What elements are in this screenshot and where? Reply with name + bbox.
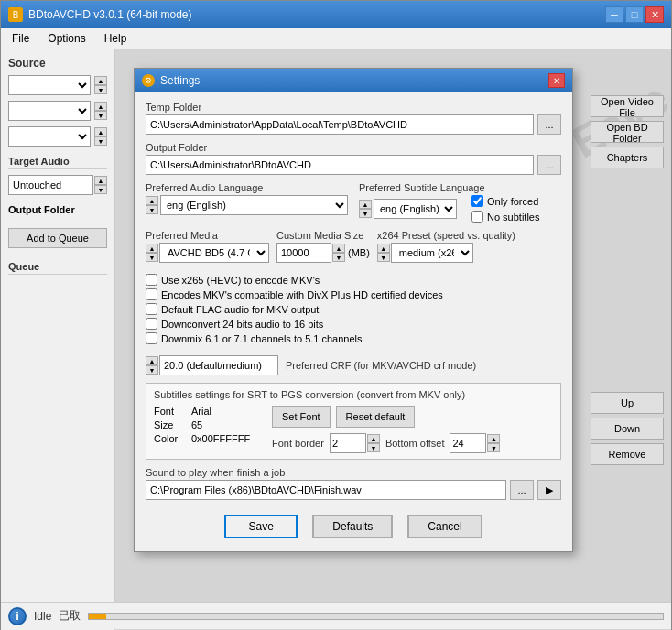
preferred-media-up[interactable]: ▲: [146, 244, 158, 253]
dialog-close-button[interactable]: ✕: [548, 73, 565, 88]
down-button[interactable]: Down: [591, 418, 664, 440]
crf-down[interactable]: ▼: [146, 365, 158, 375]
font-border-input[interactable]: [330, 433, 366, 453]
audio-select[interactable]: [8, 101, 91, 121]
x264-preset-select[interactable]: medium (x264 default): [391, 243, 473, 263]
custom-media-spin: ▲ ▼: [332, 244, 345, 262]
video-spin: ▲ ▼: [94, 76, 107, 94]
checkbox-2[interactable]: [146, 303, 157, 315]
app-title: BDtoAVCHD v3.0.1 (64-bit mode): [28, 8, 192, 21]
checkbox-1[interactable]: [146, 288, 157, 300]
audio-lang-up[interactable]: ▲: [146, 196, 158, 205]
audio-lang-select[interactable]: eng (English): [160, 195, 348, 215]
x264-down[interactable]: ▼: [377, 253, 390, 262]
sound-row: ... ▶: [146, 480, 561, 500]
subtitles-spin-down[interactable]: ▼: [94, 136, 107, 146]
font-border-down[interactable]: ▼: [367, 443, 380, 452]
font-value: Arial: [191, 406, 265, 417]
open-bd-button[interactable]: Open BD Folder: [591, 121, 664, 143]
font-label: Font: [154, 406, 186, 417]
save-button[interactable]: Save: [224, 515, 298, 538]
temp-folder-input[interactable]: [146, 114, 534, 135]
output-folder-input[interactable]: [146, 155, 534, 175]
checkbox-label-1: Encodes MKV's compatible with DivX Plus …: [161, 289, 443, 300]
preferred-media-down[interactable]: ▼: [146, 253, 158, 262]
sound-browse-button[interactable]: ...: [510, 480, 534, 500]
checkbox-0[interactable]: [146, 274, 157, 286]
audio-spin-down[interactable]: ▼: [94, 111, 107, 120]
audio-lang-down[interactable]: ▼: [146, 205, 158, 214]
only-forced-checkbox[interactable]: [471, 195, 483, 207]
status-icon: i: [8, 607, 27, 625]
cancel-button[interactable]: Cancel: [407, 515, 482, 538]
subtitle-lang-select[interactable]: eng (English): [374, 199, 457, 219]
output-folder-group: Output Folder ...: [146, 142, 561, 175]
size-label: Size: [154, 419, 186, 430]
defaults-button[interactable]: Defaults: [312, 515, 393, 538]
remove-button[interactable]: Remove: [591, 443, 664, 465]
bottom-offset-up[interactable]: ▲: [487, 434, 500, 443]
up-button[interactable]: Up: [591, 392, 664, 414]
video-spin-up[interactable]: ▲: [94, 76, 107, 85]
custom-media-input[interactable]: [276, 243, 331, 263]
app-titlebar-left: B BDtoAVCHD v3.0.1 (64-bit mode): [8, 7, 192, 22]
open-video-button[interactable]: Open Video File: [591, 95, 664, 117]
checkbox-3[interactable]: [146, 318, 157, 330]
checkbox-4[interactable]: [146, 332, 157, 344]
output-folder-row: ...: [146, 155, 561, 175]
temp-folder-browse-button[interactable]: ...: [537, 114, 561, 135]
output-folder-sidebar-label: Output Folder: [8, 204, 107, 215]
sound-input[interactable]: [146, 480, 506, 500]
bottom-offset-down[interactable]: ▼: [487, 443, 500, 452]
no-subtitles-checkbox[interactable]: [471, 211, 483, 223]
audio-spin-up[interactable]: ▲: [94, 102, 107, 111]
font-border-row: Font border ▲ ▼ Bottom offset: [272, 433, 500, 453]
media-row: Preferred Media ▲ ▼ AVCHD BD5 (4.7 GB): [146, 230, 561, 263]
custom-media-down[interactable]: ▼: [332, 253, 345, 262]
untouched-spin-down[interactable]: ▼: [94, 185, 107, 194]
progress-fill: [89, 614, 106, 619]
crf-up[interactable]: ▲: [146, 356, 158, 365]
menu-file[interactable]: File: [5, 30, 37, 47]
dialog-titlebar: ⚙ Settings ✕: [135, 69, 572, 92]
subtitles-select[interactable]: [8, 126, 91, 147]
status-bar: i Idle 已取: [1, 602, 671, 629]
crf-input[interactable]: [159, 355, 278, 375]
maximize-button[interactable]: □: [625, 6, 644, 23]
checkbox-label-2: Default FLAC audio for MKV output: [161, 304, 319, 315]
target-audio-label: Target Audio: [8, 156, 107, 169]
subtitle-lang-down[interactable]: ▼: [359, 209, 372, 218]
untouched-spin-up[interactable]: ▲: [94, 176, 107, 185]
menu-help[interactable]: Help: [97, 30, 135, 47]
x264-up[interactable]: ▲: [377, 244, 390, 253]
font-border-up[interactable]: ▲: [367, 434, 380, 443]
custom-media-up[interactable]: ▲: [332, 244, 345, 253]
sound-play-button[interactable]: ▶: [537, 480, 561, 500]
dialog-content: Temp Folder ... Output Folder ...: [135, 92, 572, 551]
only-forced-row: Only forced: [471, 195, 539, 207]
dialog-title-left: ⚙ Settings: [142, 74, 200, 87]
bottom-offset-input[interactable]: [450, 433, 486, 453]
subtitles-spin-up[interactable]: ▲: [94, 127, 107, 136]
crf-row: ▲ ▼ Preferred CRF (for MKV/AVCHD crf mod…: [146, 355, 561, 375]
audio-spin: ▲ ▼: [94, 102, 107, 120]
status-text: Idle: [34, 610, 51, 623]
output-folder-browse-button[interactable]: ...: [537, 155, 561, 175]
subtitle-lang-label: Preferred Subtitle Language: [359, 182, 561, 193]
preferred-media-select[interactable]: AVCHD BD5 (4.7 GB): [159, 243, 269, 263]
add-to-queue-button[interactable]: Add to Queue: [8, 228, 107, 248]
video-select[interactable]: [8, 75, 91, 95]
subtitle-lang-up[interactable]: ▲: [359, 200, 372, 209]
size-row: Size 65: [154, 419, 265, 430]
minimize-button[interactable]: ─: [605, 6, 623, 23]
set-font-button[interactable]: Set Font: [272, 406, 331, 428]
chapters-button[interactable]: Chapters: [591, 147, 664, 168]
audio-lang-wrap: ▲ ▼ eng (English): [146, 195, 348, 215]
custom-media-wrap: ▲ ▼ (MB): [276, 243, 370, 263]
close-button[interactable]: ✕: [645, 6, 664, 23]
preferred-media-wrap: ▲ ▼ AVCHD BD5 (4.7 GB): [146, 243, 269, 263]
bottom-offset-label: Bottom offset: [385, 438, 445, 449]
video-spin-down[interactable]: ▼: [94, 85, 107, 94]
menu-options[interactable]: Options: [40, 30, 92, 47]
reset-default-button[interactable]: Reset default: [336, 406, 416, 428]
